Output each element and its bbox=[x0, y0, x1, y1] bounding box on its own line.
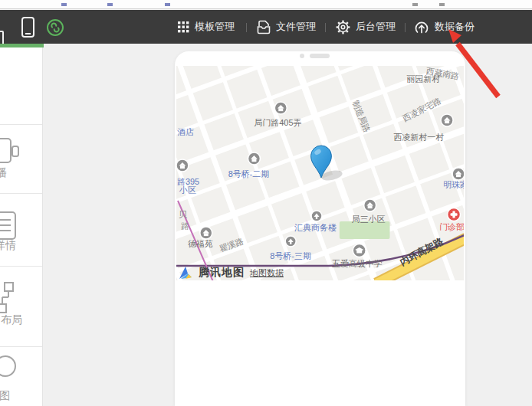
map-label: 西凌新村一村 bbox=[393, 133, 444, 142]
map-label: 贝 bbox=[179, 210, 188, 219]
map-pin-icon bbox=[0, 352, 23, 388]
cloud-upload-icon bbox=[414, 20, 429, 34]
menu-backend-manage[interactable]: 后台管理 bbox=[336, 10, 396, 44]
map-label: 酒店 bbox=[177, 127, 194, 136]
toolbar-divider bbox=[325, 23, 326, 32]
building-icon bbox=[311, 211, 322, 221]
map-attribution: 腾讯地图 地图数据 bbox=[179, 266, 284, 280]
house-icon bbox=[248, 152, 261, 165]
map-park bbox=[340, 221, 390, 239]
house-icon bbox=[364, 199, 376, 211]
gear-icon bbox=[336, 20, 350, 34]
layout-icon bbox=[0, 281, 23, 316]
menu-label: 后台管理 bbox=[356, 20, 396, 34]
building-icon bbox=[285, 236, 296, 247]
toolbar-divider bbox=[405, 23, 406, 32]
school-icon bbox=[353, 244, 366, 257]
clinic-icon bbox=[448, 208, 461, 221]
map-label: 8号桥-二期 bbox=[228, 169, 270, 178]
top-toolbar: 模板管理 文件管理 bbox=[0, 10, 532, 44]
phone-icon[interactable] bbox=[21, 16, 36, 39]
map-label: 德福苑 bbox=[188, 239, 213, 248]
browser-chrome-strip bbox=[0, 0, 532, 9]
tencent-maps-logo[interactable] bbox=[179, 267, 193, 280]
map-label: 路 bbox=[181, 221, 189, 231]
component-sidebar: 播 详情 布局 bbox=[0, 47, 43, 406]
phone-preview: 西藏南路丽园新村制造局路西凌家宅路西凌新村一村局门路405弄酒店8号桥-二期路3… bbox=[175, 51, 465, 406]
house-icon bbox=[452, 168, 464, 180]
phone-speaker bbox=[310, 54, 330, 58]
map-label: 门诊部 bbox=[439, 222, 464, 231]
map-brand[interactable]: 腾讯地图 bbox=[199, 266, 245, 280]
carousel-icon bbox=[0, 135, 23, 169]
menu-data-backup[interactable]: 数据备份 bbox=[414, 10, 475, 44]
house-icon bbox=[176, 159, 189, 172]
clipped-bookmark-mark bbox=[165, 3, 170, 6]
sidebar-item-layout[interactable]: 布局 bbox=[0, 266, 43, 346]
map-label: 五爱高级中学 bbox=[332, 259, 383, 268]
app-screen: 模板管理 文件管理 bbox=[0, 0, 532, 406]
file-icon bbox=[257, 20, 271, 34]
menu-label: 文件管理 bbox=[276, 20, 316, 34]
map-data-link[interactable]: 地图数据 bbox=[250, 267, 284, 280]
menu-template-manage[interactable]: 模板管理 bbox=[178, 10, 235, 44]
sidebar-item-carousel[interactable]: 播 bbox=[0, 124, 43, 193]
sidebar-item-detail[interactable]: 详情 bbox=[0, 193, 43, 266]
sidebar-item-label: 布局 bbox=[1, 313, 22, 327]
sidebar-item-label: 播 bbox=[0, 166, 7, 180]
house-icon bbox=[274, 102, 287, 114]
grid-icon bbox=[178, 21, 189, 33]
toolbar-divider bbox=[246, 23, 247, 32]
link-icon[interactable] bbox=[45, 18, 65, 38]
menu-label: 数据备份 bbox=[435, 20, 475, 34]
sidebar-item-map[interactable]: 图 bbox=[0, 346, 43, 406]
clipped-bookmark-mark bbox=[439, 3, 445, 6]
menu-label: 模板管理 bbox=[195, 20, 235, 34]
clipped-bookmark-mark bbox=[107, 3, 113, 6]
map-label: 汇典商务楼 bbox=[294, 223, 337, 232]
map-label: 明珠家 bbox=[443, 180, 464, 189]
map-label: 局三小区 bbox=[352, 214, 386, 224]
map-label: 丽园新村 bbox=[406, 74, 440, 83]
phone-camera-dot bbox=[300, 54, 304, 58]
clipped-bookmark-mark bbox=[61, 3, 67, 6]
clipped-bookmark-mark bbox=[412, 3, 418, 6]
menu-file-manage[interactable]: 文件管理 bbox=[257, 10, 316, 44]
map-label: 8号桥-三期 bbox=[270, 251, 311, 260]
sidebar-item-label: 详情 bbox=[0, 239, 16, 253]
map-label: 小区 bbox=[179, 185, 196, 195]
sidebar-item-label: 图 bbox=[0, 389, 10, 403]
map-component[interactable]: 西藏南路丽园新村制造局路西凌家宅路西凌新村一村局门路405弄酒店8号桥-二期路3… bbox=[176, 66, 464, 280]
map-label: 局门路405弄 bbox=[254, 118, 301, 127]
house-icon bbox=[200, 227, 212, 239]
house-icon bbox=[441, 114, 453, 126]
